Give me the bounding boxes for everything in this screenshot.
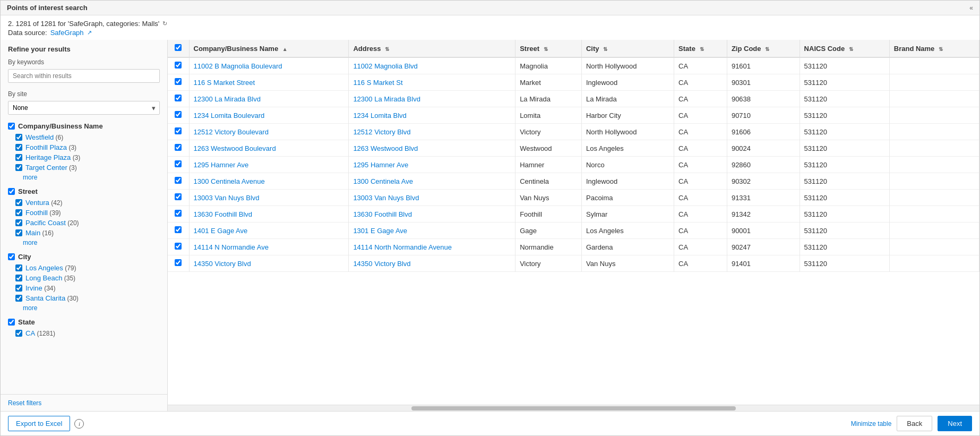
row-address-12[interactable]: 14350 Victory Blvd [349, 255, 515, 272]
export-button[interactable]: Export to Excel [8, 416, 70, 431]
facet-item-checkbox-company-2[interactable] [15, 154, 22, 161]
row-checkbox-cell-11[interactable] [168, 239, 189, 255]
back-button[interactable]: Back [897, 416, 932, 431]
datasource-link[interactable]: SafeGraph [50, 29, 84, 37]
row-checkbox-4[interactable] [175, 127, 182, 134]
row-company-0[interactable]: 11002 B Magnolia Boulevard [189, 57, 349, 74]
row-address-2[interactable]: 12300 La Mirada Blvd [349, 91, 515, 107]
row-company-5[interactable]: 1263 Westwood Boulevard [189, 140, 349, 157]
row-company-10[interactable]: 1401 E Gage Ave [189, 223, 349, 239]
row-company-7[interactable]: 1300 Centinela Avenue [189, 173, 349, 190]
facet-checkbox-street[interactable] [8, 188, 15, 195]
col-zip[interactable]: Zip Code ⇅ [727, 40, 800, 57]
facet-item-checkbox-company-0[interactable] [15, 134, 22, 141]
row-address-3[interactable]: 1234 Lomita Blvd [349, 107, 515, 124]
facet-checkbox-company[interactable] [8, 123, 15, 130]
row-checkbox-cell-0[interactable] [168, 57, 189, 74]
row-checkbox-0[interactable] [175, 62, 182, 69]
row-checkbox-11[interactable] [175, 243, 182, 250]
search-input[interactable] [8, 69, 160, 83]
row-company-6[interactable]: 1295 Hamner Ave [189, 157, 349, 173]
row-checkbox-3[interactable] [175, 111, 182, 118]
row-address-1[interactable]: 116 S Market St [349, 74, 515, 91]
row-company-4[interactable]: 12512 Victory Boulevard [189, 124, 349, 140]
row-address-7[interactable]: 1300 Centinela Ave [349, 173, 515, 190]
row-checkbox-cell-4[interactable] [168, 124, 189, 140]
row-city-4: North Hollywood [581, 124, 674, 140]
row-checkbox-cell-6[interactable] [168, 157, 189, 173]
facet-item-checkbox-state-0[interactable] [15, 330, 22, 337]
row-checkbox-cell-5[interactable] [168, 140, 189, 157]
row-address-11[interactable]: 14114 North Normandie Avenue [349, 239, 515, 255]
row-address-10[interactable]: 1301 E Gage Ave [349, 223, 515, 239]
row-checkbox-cell-1[interactable] [168, 74, 189, 91]
row-company-3[interactable]: 1234 Lomita Boulevard [189, 107, 349, 124]
facet-item-checkbox-company-3[interactable] [15, 164, 22, 171]
external-link-icon[interactable]: ↗ [87, 29, 92, 36]
col-state[interactable]: State ⇅ [674, 40, 727, 57]
facet-item-checkbox-street-2[interactable] [15, 219, 22, 226]
facet-item-checkbox-street-3[interactable] [15, 229, 22, 236]
col-checkbox[interactable] [168, 40, 189, 57]
facet-item-checkbox-company-1[interactable] [15, 144, 22, 151]
col-company[interactable]: Company/Business Name ▲ [189, 40, 349, 57]
row-company-1[interactable]: 116 S Market Street [189, 74, 349, 91]
row-company-9[interactable]: 13630 Foothill Blvd [189, 206, 349, 223]
row-state-7: CA [674, 173, 727, 190]
row-checkbox-6[interactable] [175, 160, 182, 167]
row-checkbox-cell-10[interactable] [168, 223, 189, 239]
row-checkbox-cell-2[interactable] [168, 91, 189, 107]
row-address-9[interactable]: 13630 Foothill Blvd [349, 206, 515, 223]
row-company-8[interactable]: 13003 Van Nuys Blvd [189, 190, 349, 206]
site-dropdown[interactable]: None [8, 101, 160, 115]
facet-checkbox-state[interactable] [8, 319, 15, 326]
row-checkbox-8[interactable] [175, 193, 182, 200]
facet-more-link-city[interactable]: more [8, 304, 160, 312]
site-dropdown-wrapper[interactable]: None [8, 101, 160, 115]
row-checkbox-9[interactable] [175, 210, 182, 217]
row-checkbox-1[interactable] [175, 78, 182, 85]
next-button[interactable]: Next [938, 416, 972, 431]
facet-item-checkbox-city-1[interactable] [15, 275, 22, 281]
row-checkbox-cell-7[interactable] [168, 173, 189, 190]
facet-header-state: State [8, 318, 160, 326]
col-city[interactable]: City ⇅ [581, 40, 674, 57]
col-naics[interactable]: NAICS Code ⇅ [800, 40, 889, 57]
row-checkbox-7[interactable] [175, 177, 182, 184]
row-address-5[interactable]: 1263 Westwood Blvd [349, 140, 515, 157]
minimize-table-link[interactable]: Minimize table [851, 420, 892, 428]
reset-filters-link[interactable]: Reset filters [8, 399, 41, 407]
row-checkbox-12[interactable] [175, 259, 182, 266]
row-address-8[interactable]: 13003 Van Nuys Blvd [349, 190, 515, 206]
row-address-0[interactable]: 11002 Magnolia Blvd [349, 57, 515, 74]
row-checkbox-cell-9[interactable] [168, 206, 189, 223]
row-company-2[interactable]: 12300 La Mirada Blvd [189, 91, 349, 107]
row-checkbox-10[interactable] [175, 226, 182, 233]
facet-item-checkbox-street-1[interactable] [15, 209, 22, 216]
col-address[interactable]: Address ⇅ [349, 40, 515, 57]
refresh-icon[interactable]: ↻ [162, 20, 167, 27]
row-checkbox-2[interactable] [175, 95, 182, 101]
row-checkbox-cell-8[interactable] [168, 190, 189, 206]
facet-item-checkbox-city-3[interactable] [15, 295, 22, 302]
select-all-checkbox[interactable] [175, 44, 182, 51]
row-company-11[interactable]: 14114 N Normandie Ave [189, 239, 349, 255]
facet-checkbox-city[interactable] [8, 253, 15, 260]
row-company-12[interactable]: 14350 Victory Blvd [189, 255, 349, 272]
facet-item-checkbox-city-2[interactable] [15, 285, 22, 292]
col-street[interactable]: Street ⇅ [515, 40, 582, 57]
row-address-6[interactable]: 1295 Hamner Ave [349, 157, 515, 173]
row-checkbox-cell-3[interactable] [168, 107, 189, 124]
col-brand[interactable]: Brand Name ⇅ [889, 40, 979, 57]
facet-item-checkbox-street-0[interactable] [15, 199, 22, 206]
facet-more-link-street[interactable]: more [8, 239, 160, 246]
horizontal-scrollbar-thumb[interactable] [411, 406, 736, 411]
facet-more-link-company[interactable]: more [8, 174, 160, 181]
horizontal-scrollbar[interactable] [168, 405, 979, 411]
row-checkbox-cell-12[interactable] [168, 255, 189, 272]
row-address-4[interactable]: 12512 Victory Blvd [349, 124, 515, 140]
row-checkbox-5[interactable] [175, 144, 182, 151]
collapse-controls[interactable]: « [969, 4, 973, 12]
facet-item-checkbox-city-0[interactable] [15, 264, 22, 271]
info-icon[interactable]: i [74, 419, 84, 429]
